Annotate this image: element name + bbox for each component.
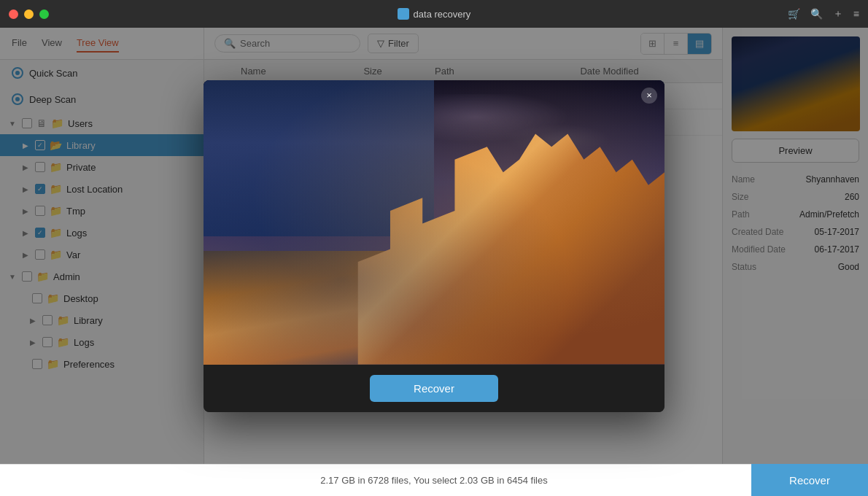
titlebar: data recovery 🛒 🔍 ＋ ≡ xyxy=(0,0,868,28)
search-icon[interactable]: 🔍 xyxy=(810,8,823,20)
modal-image xyxy=(204,80,664,365)
close-button[interactable] xyxy=(9,9,18,19)
menu-icon[interactable]: ≡ xyxy=(853,8,859,20)
cart-icon[interactable]: 🛒 xyxy=(788,8,800,20)
statusbar: 2.17 GB in 6728 files, You select 2.03 G… xyxy=(0,464,868,496)
recover-button-main[interactable]: Recover xyxy=(751,464,868,496)
window-controls[interactable] xyxy=(9,9,49,19)
modal-close-button[interactable]: × xyxy=(641,88,657,104)
titlebar-actions[interactable]: 🛒 🔍 ＋ ≡ xyxy=(788,7,859,20)
recover-button-modal[interactable]: Recover xyxy=(370,375,498,402)
app-title: data recovery xyxy=(398,8,471,20)
image-preview-modal: × Recover xyxy=(204,80,664,412)
status-text: 2.17 GB in 6728 files, You select 2.03 G… xyxy=(320,475,548,486)
add-icon[interactable]: ＋ xyxy=(833,7,843,20)
modal-footer: Recover xyxy=(204,365,664,412)
image-preview-overlay: × Recover xyxy=(0,28,868,464)
app-icon xyxy=(398,8,409,20)
minimize-button[interactable] xyxy=(24,9,34,19)
maximize-button[interactable] xyxy=(39,9,49,19)
